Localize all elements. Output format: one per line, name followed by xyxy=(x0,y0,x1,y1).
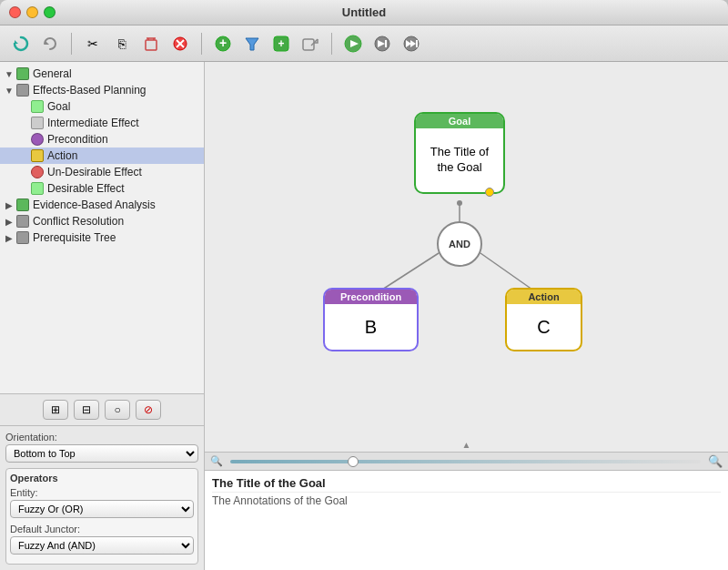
conflict-label: Conflict Resolution xyxy=(33,215,124,228)
intermediate-icon xyxy=(31,117,44,129)
svg-point-28 xyxy=(457,200,462,206)
sidebar: ▼ General ▼ Effects-Based Planning Goal xyxy=(0,62,205,570)
general-icon xyxy=(16,67,29,80)
and-node[interactable]: AND xyxy=(437,221,482,267)
toggle-prerequisite[interactable]: ▶ xyxy=(4,232,15,243)
svg-rect-2 xyxy=(146,40,157,50)
goal-node-dot xyxy=(485,188,494,197)
toolbar-separator-1 xyxy=(71,33,72,55)
add-small-icon[interactable]: + xyxy=(268,30,295,57)
toggle-conflict[interactable]: ▶ xyxy=(4,216,15,227)
block-button[interactable]: ⊘ xyxy=(136,400,161,420)
run-icon[interactable] xyxy=(339,30,367,57)
operators-box: Operators Entity: Fuzzy Or (OR) Fuzzy An… xyxy=(5,468,198,565)
sidebar-item-evidence[interactable]: ▶ Evidence-Based Analysis xyxy=(0,197,204,213)
toggle-effects[interactable]: ▼ xyxy=(4,85,15,96)
toolbar-group-2: ✂ ⎘ xyxy=(79,30,194,57)
sidebar-item-effects-based[interactable]: ▼ Effects-Based Planning xyxy=(0,82,204,98)
orientation-select[interactable]: Bottom to Top Top to Bottom Left to Righ… xyxy=(5,444,198,463)
info-title: The Title of the Goal xyxy=(212,474,721,493)
operators-title: Operators xyxy=(10,473,194,483)
goal-label: Goal xyxy=(47,100,70,113)
expand-button[interactable]: ⊞ xyxy=(43,400,68,420)
toolbar-group-4 xyxy=(339,30,425,57)
orientation-row: Orientation: Bottom to Top Top to Bottom… xyxy=(5,432,198,463)
entity-label: Entity: xyxy=(10,487,194,498)
export-icon[interactable] xyxy=(297,30,324,57)
maximize-button[interactable] xyxy=(44,6,56,18)
sidebar-item-undesirable[interactable]: Un-Desirable Effect xyxy=(0,164,204,180)
precondition-node[interactable]: Precondition B xyxy=(323,288,419,351)
precondition-label: Precondition xyxy=(47,133,108,146)
stop-icon[interactable] xyxy=(167,30,194,57)
zoom-out-icon[interactable]: 🔍 xyxy=(210,455,223,467)
entity-select[interactable]: Fuzzy Or (OR) Fuzzy And (AND) OR AND xyxy=(10,500,194,518)
toggle-goal xyxy=(18,101,29,112)
jct-select[interactable]: Fuzzy And (AND) Fuzzy Or (OR) AND OR xyxy=(10,536,194,555)
precondition-icon xyxy=(31,133,44,146)
sidebar-controls: ⊞ ⊟ ○ ⊘ xyxy=(0,393,204,425)
zoom-bar: 🔍 🔍 xyxy=(205,452,728,470)
undesirable-label: Un-Desirable Effect xyxy=(47,166,142,178)
sidebar-item-general[interactable]: ▼ General xyxy=(0,66,204,82)
toggle-general[interactable]: ▼ xyxy=(4,68,15,79)
refresh-icon[interactable] xyxy=(7,30,35,57)
end-icon[interactable] xyxy=(398,30,425,57)
minimize-button[interactable] xyxy=(26,6,38,18)
effects-icon xyxy=(16,84,29,97)
sidebar-item-conflict[interactable]: ▶ Conflict Resolution xyxy=(0,213,204,229)
svg-marker-1 xyxy=(45,40,49,45)
and-node-label: AND xyxy=(449,239,470,249)
collapse-arrow[interactable]: ▲ xyxy=(462,440,471,450)
general-label: General xyxy=(33,67,72,80)
sidebar-item-action[interactable]: Action xyxy=(0,148,204,164)
svg-line-27 xyxy=(480,253,532,290)
sidebar-options: Orientation: Bottom to Top Top to Bottom… xyxy=(0,425,204,570)
filter-icon[interactable] xyxy=(238,30,266,57)
action-icon xyxy=(31,149,44,162)
effects-label: Effects-Based Planning xyxy=(33,84,147,97)
svg-line-26 xyxy=(382,253,439,290)
toolbar-separator-3 xyxy=(331,33,332,55)
sidebar-item-precondition[interactable]: Precondition xyxy=(0,131,204,148)
canvas-inner: Goal The Title of the Goal AND Precondit… xyxy=(205,62,728,470)
sidebar-item-goal[interactable]: Goal xyxy=(0,98,204,115)
action-node-header: Action xyxy=(507,290,581,304)
evidence-icon xyxy=(16,198,29,211)
copy-icon[interactable]: ⎘ xyxy=(108,30,136,57)
step-forward-icon[interactable] xyxy=(369,30,396,57)
undo-icon[interactable] xyxy=(36,30,64,57)
diagram-canvas[interactable]: Goal The Title of the Goal AND Precondit… xyxy=(205,62,728,470)
zoom-thumb[interactable] xyxy=(348,456,359,467)
svg-marker-11 xyxy=(246,38,258,50)
jct-label: Default Junctor: xyxy=(10,524,194,534)
sidebar-tree: ▼ General ▼ Effects-Based Planning Goal xyxy=(0,62,204,393)
zoom-slider[interactable] xyxy=(230,460,701,463)
sidebar-item-prerequisite[interactable]: ▶ Prerequisite Tree xyxy=(0,229,204,246)
action-node[interactable]: Action C xyxy=(505,288,582,351)
goal-node[interactable]: Goal The Title of the Goal xyxy=(414,112,505,194)
trash-icon[interactable] xyxy=(137,30,165,57)
sidebar-item-desirable[interactable]: Desirable Effect xyxy=(0,180,204,197)
intermediate-label: Intermediate Effect xyxy=(47,117,139,129)
entity-row: Entity: Fuzzy Or (OR) Fuzzy And (AND) OR… xyxy=(10,487,194,518)
toolbar-group-1 xyxy=(7,30,64,57)
window-controls xyxy=(9,6,56,18)
toolbar: ✂ ⎘ + + xyxy=(0,25,728,62)
cut-icon[interactable]: ✂ xyxy=(79,30,106,57)
svg-marker-0 xyxy=(15,40,18,44)
action-label: Action xyxy=(47,149,77,162)
add-node-icon[interactable]: + xyxy=(209,30,237,57)
jct-row: Default Junctor: Fuzzy And (AND) Fuzzy O… xyxy=(10,524,194,555)
collapse-button[interactable]: ⊟ xyxy=(74,400,99,420)
sidebar-item-intermediate-effect[interactable]: Intermediate Effect xyxy=(0,115,204,131)
zoom-in-icon[interactable]: 🔍 xyxy=(708,454,723,468)
circle-button[interactable]: ○ xyxy=(105,400,130,420)
close-button[interactable] xyxy=(9,6,21,18)
main-layout: ▼ General ▼ Effects-Based Planning Goal xyxy=(0,62,728,570)
window-title: Untitled xyxy=(342,5,386,19)
orientation-label: Orientation: xyxy=(5,432,198,443)
goal-icon xyxy=(31,100,44,113)
toggle-evidence[interactable]: ▶ xyxy=(4,199,15,210)
desirable-icon xyxy=(31,182,44,195)
